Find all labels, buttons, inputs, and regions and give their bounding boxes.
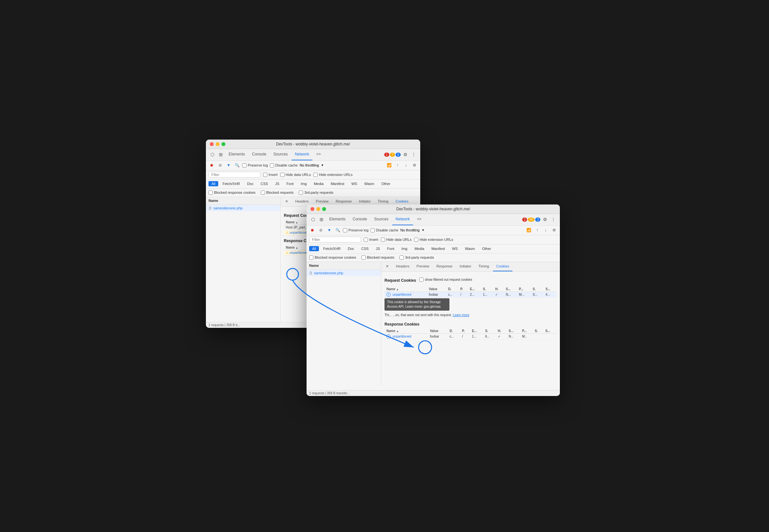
wifi-icon-1[interactable]: 📶 — [386, 162, 392, 168]
tab-network-2[interactable]: Network — [392, 214, 413, 225]
type-all-1[interactable]: All — [208, 181, 218, 186]
detail-response-2[interactable]: Response — [433, 262, 456, 271]
preserve-log-checkbox-1[interactable] — [242, 163, 246, 167]
invert-label-2[interactable]: Invert — [364, 238, 378, 242]
download-icon-1[interactable]: ↓ — [403, 162, 409, 168]
type-fetch-1[interactable]: Fetch/XHR — [219, 181, 243, 186]
detail-headers-2[interactable]: Headers — [393, 262, 413, 271]
upload-icon-1[interactable]: ↑ — [394, 162, 401, 168]
type-manifest-2[interactable]: Manifest — [428, 246, 448, 251]
show-filtered-label[interactable]: show filtered out request cookies — [419, 278, 472, 282]
disable-cache-label-1[interactable]: Disable cache — [270, 163, 298, 167]
show-filtered-checkbox[interactable] — [419, 278, 424, 282]
download-icon-2[interactable]: ↓ — [542, 227, 549, 233]
type-wasm-2[interactable]: Wasm — [462, 246, 478, 251]
device-icon[interactable]: ⊞ — [217, 151, 225, 158]
blocked-response-label-2[interactable]: Blocked response cookies — [309, 255, 356, 260]
preserve-log-label-2[interactable]: Preserve log — [343, 228, 368, 232]
maximize-button[interactable] — [221, 142, 225, 146]
tab-console-2[interactable]: Console — [349, 214, 370, 225]
invert-checkbox-1[interactable] — [263, 173, 267, 177]
disable-cache-checkbox-2[interactable] — [370, 228, 375, 232]
blocked-response-checkbox-1[interactable] — [208, 191, 213, 195]
third-party-label-2[interactable]: 3rd-party requests — [400, 255, 434, 260]
type-other-1[interactable]: Other — [378, 181, 393, 186]
more-icon-1[interactable]: ⋮ — [410, 151, 418, 158]
network-settings-icon-1[interactable]: ⚙ — [411, 162, 418, 168]
close-button[interactable] — [210, 142, 214, 146]
network-settings-icon-2[interactable]: ⚙ — [551, 227, 557, 233]
table-row[interactable]: i unpartitioned foobar c... / 2... 1... … — [384, 291, 557, 297]
tab-network-1[interactable]: Network — [291, 149, 312, 160]
device-icon-2[interactable]: ⊞ — [317, 216, 325, 223]
filter-input-2[interactable] — [309, 237, 361, 242]
type-img-1[interactable]: Img — [298, 181, 309, 186]
tab-console-1[interactable]: Console — [249, 149, 269, 160]
hide-ext-label-2[interactable]: Hide extension URLs — [414, 238, 453, 242]
blocked-response-label-1[interactable]: Blocked response cookies — [208, 191, 255, 195]
detail-timing-2[interactable]: Timing — [475, 262, 492, 271]
tab-more-2[interactable]: >> — [414, 214, 425, 225]
minimize-button[interactable] — [216, 142, 219, 146]
detail-initiator-2[interactable]: Initiator — [456, 262, 475, 271]
filter-icon-2[interactable]: ▼ — [326, 227, 332, 233]
tab-elements-2[interactable]: Elements — [326, 214, 349, 225]
type-js-1[interactable]: JS — [272, 181, 282, 186]
detail-close-2[interactable]: ✕ — [382, 262, 392, 271]
more-icon-2[interactable]: ⋮ — [550, 216, 557, 223]
invert-checkbox-2[interactable] — [364, 238, 368, 242]
type-other-2[interactable]: Other — [479, 246, 494, 251]
disable-cache-label-2[interactable]: Disable cache — [370, 228, 399, 232]
cursor-icon[interactable]: ⬡ — [208, 151, 216, 158]
type-manifest-1[interactable]: Manifest — [328, 181, 347, 186]
tab-elements-1[interactable]: Elements — [225, 149, 248, 160]
tab-sources-2[interactable]: Sources — [371, 214, 392, 225]
type-fetch-2[interactable]: Fetch/XHR — [320, 246, 343, 251]
hide-ext-label-1[interactable]: Hide extension URLs — [313, 173, 352, 177]
learn-more-link[interactable]: Learn more — [453, 313, 469, 317]
name-row-1[interactable]: 🗋 samesitenone.php — [206, 205, 280, 211]
cursor-icon-2[interactable]: ⬡ — [309, 216, 317, 223]
blocked-requests-label-1[interactable]: Blocked requests — [261, 191, 293, 195]
third-party-checkbox-2[interactable] — [400, 255, 404, 260]
type-css-2[interactable]: CSS — [358, 246, 372, 251]
type-wasm-1[interactable]: Wasm — [361, 181, 377, 186]
hide-data-urls-checkbox-1[interactable] — [280, 173, 284, 177]
detail-cookies-2[interactable]: Cookies — [493, 262, 513, 271]
type-doc-2[interactable]: Doc — [345, 246, 357, 251]
detail-close-1[interactable]: ✕ — [282, 197, 291, 206]
type-font-2[interactable]: Font — [384, 246, 397, 251]
type-ws-1[interactable]: WS — [348, 181, 360, 186]
hide-data-urls-checkbox-2[interactable] — [381, 238, 385, 242]
hide-data-urls-label-1[interactable]: Hide data URLs — [280, 173, 311, 177]
clear-icon-1[interactable]: ⊘ — [217, 162, 223, 168]
throttling-arrow-1[interactable]: ▼ — [321, 164, 324, 167]
table-row[interactable]: i unpartitioned foobar c... / 1... 6... … — [384, 333, 557, 339]
detail-preview-2[interactable]: Preview — [414, 262, 433, 271]
hide-ext-checkbox-1[interactable] — [313, 173, 317, 177]
type-css-1[interactable]: CSS — [258, 181, 271, 186]
name-row-2[interactable]: 🗋 samesitenone.php — [306, 270, 381, 276]
blocked-requests-checkbox-1[interactable] — [261, 191, 265, 195]
third-party-checkbox-1[interactable] — [299, 191, 303, 195]
third-party-label-1[interactable]: 3rd-party requests — [299, 191, 333, 195]
preserve-log-checkbox-2[interactable] — [343, 228, 347, 232]
maximize-button-2[interactable] — [322, 207, 326, 211]
type-img-2[interactable]: Img — [399, 246, 410, 251]
hide-data-urls-label-2[interactable]: Hide data URLs — [381, 238, 412, 242]
type-media-2[interactable]: Media — [412, 246, 427, 251]
type-media-1[interactable]: Media — [311, 181, 326, 186]
type-ws-2[interactable]: WS — [449, 246, 461, 251]
record-stop-icon-1[interactable]: ⏺ — [208, 162, 215, 168]
type-doc-1[interactable]: Doc — [244, 181, 256, 186]
minimize-button-2[interactable] — [316, 207, 320, 211]
blocked-requests-label-2[interactable]: Blocked requests — [361, 255, 394, 260]
preserve-log-label-1[interactable]: Preserve log — [242, 163, 268, 167]
type-font-1[interactable]: Font — [283, 181, 296, 186]
filter-icon-1[interactable]: ▼ — [225, 162, 232, 168]
settings-icon-1[interactable]: ⚙ — [402, 151, 409, 158]
throttling-arrow-2[interactable]: ▼ — [422, 229, 425, 232]
filter-input-1[interactable] — [208, 172, 260, 178]
blocked-response-checkbox-2[interactable] — [309, 255, 313, 260]
record-stop-icon-2[interactable]: ⏺ — [309, 227, 316, 233]
